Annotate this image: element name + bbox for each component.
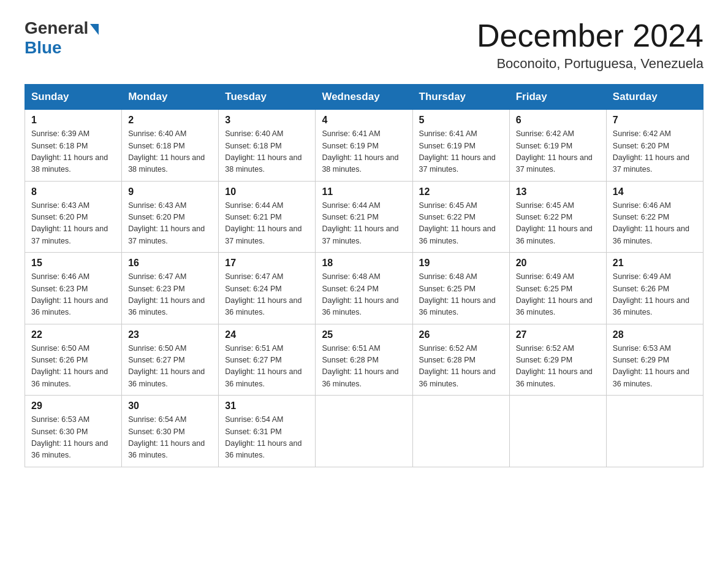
day-info: Sunrise: 6:53 AMSunset: 6:30 PMDaylight:… [31,414,115,462]
calendar-cell: 6Sunrise: 6:42 AMSunset: 6:19 PMDaylight… [509,110,606,182]
day-number: 8 [31,186,115,197]
calendar-cell: 27Sunrise: 6:52 AMSunset: 6:29 PMDayligh… [509,324,606,396]
day-number: 23 [128,329,212,340]
calendar-cell: 12Sunrise: 6:45 AMSunset: 6:22 PMDayligh… [412,181,509,253]
day-number: 15 [31,258,115,269]
calendar-cell: 14Sunrise: 6:46 AMSunset: 6:22 PMDayligh… [606,181,703,253]
day-number: 27 [516,329,600,340]
calendar-week-row: 15Sunrise: 6:46 AMSunset: 6:23 PMDayligh… [25,253,703,324]
calendar-cell: 25Sunrise: 6:51 AMSunset: 6:28 PMDayligh… [316,324,412,396]
calendar-cell: 1Sunrise: 6:39 AMSunset: 6:18 PMDaylight… [25,110,122,182]
calendar-cell: 7Sunrise: 6:42 AMSunset: 6:20 PMDaylight… [606,110,703,182]
calendar-week-row: 22Sunrise: 6:50 AMSunset: 6:26 PMDayligh… [25,324,703,396]
day-info: Sunrise: 6:46 AMSunset: 6:22 PMDaylight:… [613,200,697,248]
calendar-cell [606,396,703,467]
day-number: 19 [419,258,503,269]
calendar-body: 1Sunrise: 6:39 AMSunset: 6:18 PMDaylight… [25,110,703,467]
day-info: Sunrise: 6:50 AMSunset: 6:27 PMDaylight:… [128,343,212,391]
day-info: Sunrise: 6:52 AMSunset: 6:29 PMDaylight:… [516,343,600,391]
calendar-cell: 22Sunrise: 6:50 AMSunset: 6:26 PMDayligh… [25,324,122,396]
day-number: 26 [419,329,503,340]
day-info: Sunrise: 6:41 AMSunset: 6:19 PMDaylight:… [419,128,503,176]
calendar-cell: 26Sunrise: 6:52 AMSunset: 6:28 PMDayligh… [412,324,509,396]
calendar-cell: 31Sunrise: 6:54 AMSunset: 6:31 PMDayligh… [219,396,316,467]
day-info: Sunrise: 6:54 AMSunset: 6:30 PMDaylight:… [128,414,212,462]
day-info: Sunrise: 6:40 AMSunset: 6:18 PMDaylight:… [225,128,309,176]
day-of-week-header: Thursday [412,85,509,110]
calendar-cell: 16Sunrise: 6:47 AMSunset: 6:23 PMDayligh… [122,253,219,324]
logo-general-word: General [25,18,88,38]
title-section: December 2024 Boconoito, Portuguesa, Ven… [477,18,703,72]
calendar-cell: 30Sunrise: 6:54 AMSunset: 6:30 PMDayligh… [122,396,219,467]
day-of-week-header: Tuesday [219,85,316,110]
calendar-cell: 20Sunrise: 6:49 AMSunset: 6:25 PMDayligh… [509,253,606,324]
calendar-cell: 29Sunrise: 6:53 AMSunset: 6:30 PMDayligh… [25,396,122,467]
calendar-cell [509,396,606,467]
day-number: 20 [516,258,600,269]
calendar-header: SundayMondayTuesdayWednesdayThursdayFrid… [25,85,703,110]
day-number: 17 [225,258,309,269]
day-info: Sunrise: 6:46 AMSunset: 6:23 PMDaylight:… [31,271,115,319]
month-title: December 2024 [477,18,703,53]
day-number: 29 [31,400,115,412]
calendar-cell [316,396,412,467]
day-number: 14 [613,186,697,197]
day-info: Sunrise: 6:39 AMSunset: 6:18 PMDaylight:… [31,128,115,176]
day-number: 3 [225,115,309,126]
day-of-week-header: Saturday [606,85,703,110]
day-info: Sunrise: 6:43 AMSunset: 6:20 PMDaylight:… [128,200,212,248]
calendar-cell: 17Sunrise: 6:47 AMSunset: 6:24 PMDayligh… [219,253,316,324]
day-number: 10 [225,186,309,197]
calendar-cell: 10Sunrise: 6:44 AMSunset: 6:21 PMDayligh… [219,181,316,253]
day-info: Sunrise: 6:45 AMSunset: 6:22 PMDaylight:… [516,200,600,248]
day-number: 21 [613,258,697,269]
day-info: Sunrise: 6:52 AMSunset: 6:28 PMDaylight:… [419,343,503,391]
logo: General Blue [25,18,99,58]
calendar-week-row: 8Sunrise: 6:43 AMSunset: 6:20 PMDaylight… [25,181,703,253]
calendar-cell: 24Sunrise: 6:51 AMSunset: 6:27 PMDayligh… [219,324,316,396]
calendar-week-row: 29Sunrise: 6:53 AMSunset: 6:30 PMDayligh… [25,396,703,467]
day-info: Sunrise: 6:47 AMSunset: 6:24 PMDaylight:… [225,271,309,319]
day-number: 28 [613,329,697,340]
calendar-cell: 21Sunrise: 6:49 AMSunset: 6:26 PMDayligh… [606,253,703,324]
day-number: 2 [128,115,212,126]
day-number: 6 [516,115,600,126]
calendar-cell: 4Sunrise: 6:41 AMSunset: 6:19 PMDaylight… [316,110,412,182]
location-subtitle: Boconoito, Portuguesa, Venezuela [477,56,703,72]
day-info: Sunrise: 6:43 AMSunset: 6:20 PMDaylight:… [31,200,115,248]
calendar-cell: 15Sunrise: 6:46 AMSunset: 6:23 PMDayligh… [25,253,122,324]
calendar-cell: 18Sunrise: 6:48 AMSunset: 6:24 PMDayligh… [316,253,412,324]
day-number: 4 [322,115,406,126]
day-number: 25 [322,329,406,340]
day-number: 11 [322,186,406,197]
day-number: 31 [225,400,309,412]
calendar-table: SundayMondayTuesdayWednesdayThursdayFrid… [25,84,703,467]
calendar-cell: 19Sunrise: 6:48 AMSunset: 6:25 PMDayligh… [412,253,509,324]
day-info: Sunrise: 6:44 AMSunset: 6:21 PMDaylight:… [225,200,309,248]
day-info: Sunrise: 6:49 AMSunset: 6:26 PMDaylight:… [613,271,697,319]
logo-blue-text: Blue [25,38,62,58]
day-number: 12 [419,186,503,197]
day-info: Sunrise: 6:49 AMSunset: 6:25 PMDaylight:… [516,271,600,319]
calendar-cell: 11Sunrise: 6:44 AMSunset: 6:21 PMDayligh… [316,181,412,253]
day-info: Sunrise: 6:51 AMSunset: 6:28 PMDaylight:… [322,343,406,391]
day-number: 16 [128,258,212,269]
day-info: Sunrise: 6:48 AMSunset: 6:24 PMDaylight:… [322,271,406,319]
day-info: Sunrise: 6:53 AMSunset: 6:29 PMDaylight:… [613,343,697,391]
day-number: 5 [419,115,503,126]
day-info: Sunrise: 6:50 AMSunset: 6:26 PMDaylight:… [31,343,115,391]
day-info: Sunrise: 6:41 AMSunset: 6:19 PMDaylight:… [322,128,406,176]
day-info: Sunrise: 6:51 AMSunset: 6:27 PMDaylight:… [225,343,309,391]
day-number: 1 [31,115,115,126]
calendar-cell: 3Sunrise: 6:40 AMSunset: 6:18 PMDaylight… [219,110,316,182]
calendar-cell: 5Sunrise: 6:41 AMSunset: 6:19 PMDaylight… [412,110,509,182]
day-info: Sunrise: 6:47 AMSunset: 6:23 PMDaylight:… [128,271,212,319]
calendar-cell [412,396,509,467]
day-number: 22 [31,329,115,340]
calendar-cell: 9Sunrise: 6:43 AMSunset: 6:20 PMDaylight… [122,181,219,253]
calendar-cell: 28Sunrise: 6:53 AMSunset: 6:29 PMDayligh… [606,324,703,396]
day-info: Sunrise: 6:54 AMSunset: 6:31 PMDaylight:… [225,414,309,462]
page-header: General Blue December 2024 Boconoito, Po… [25,18,703,72]
day-info: Sunrise: 6:42 AMSunset: 6:20 PMDaylight:… [613,128,697,176]
calendar-cell: 13Sunrise: 6:45 AMSunset: 6:22 PMDayligh… [509,181,606,253]
